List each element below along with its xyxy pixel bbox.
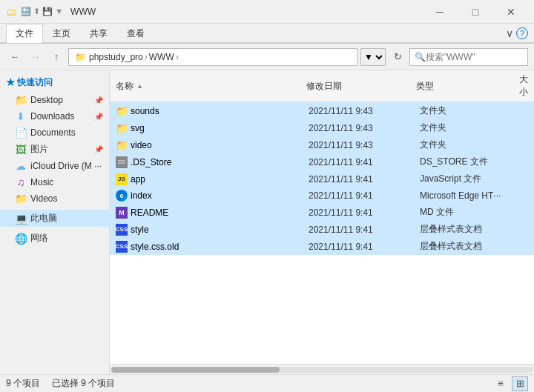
path-sep-2: › [176, 52, 179, 62]
pin-icon-desktop: 📌 [94, 96, 103, 104]
file-name-dsstore: DS .DS_Store [110, 155, 303, 170]
search-box[interactable]: 🔍 [409, 48, 528, 66]
file-size-stylecssold [518, 245, 534, 248]
sidebar-item-icloud-label: iCloud Drive (M ··· [30, 161, 102, 171]
file-date-style: 2021/11/11 9:41 [303, 223, 414, 236]
title-bar-left: 🗂 🔙 ⬆ 💾 ▼ WWW [6, 6, 96, 18]
sidebar-item-downloads[interactable]: ⬇ Downloads 📌 [0, 108, 109, 124]
file-row-readme[interactable]: M README 2021/11/11 9:41 MD 文件 [110, 204, 534, 221]
col-date[interactable]: 修改日期 [300, 79, 410, 94]
sidebar-item-videos[interactable]: 📁 Videos [0, 190, 109, 207]
file-date-dsstore: 2021/11/11 9:41 [303, 156, 414, 169]
forward-button[interactable]: → [27, 48, 44, 66]
sidebar-item-thispc[interactable]: 💻 此电脑 [0, 210, 109, 227]
tab-view[interactable]: 查看 [117, 24, 154, 43]
file-size-dsstore [518, 161, 534, 164]
horizontal-scrollbar[interactable] [110, 364, 534, 374]
sidebar-item-pictures[interactable]: 🖼 图片 📌 [0, 141, 109, 158]
col-size[interactable]: 大小 [513, 72, 534, 100]
scroll-track[interactable] [111, 367, 533, 373]
file-list: 📁 sounds 2021/11/11 9:43 文件夹 📁 svg 2021/… [110, 102, 534, 364]
file-row-index[interactable]: e index 2021/11/11 9:41 Microsoft Edge H… [110, 187, 534, 204]
item-count: 9 个项目 [6, 377, 40, 390]
file-size-app [518, 178, 534, 181]
file-size-svg [518, 127, 534, 130]
title-text: WWW [70, 7, 96, 17]
pin-icon-pictures: 📌 [94, 145, 103, 153]
file-type-style: 层叠样式表文档 [414, 222, 518, 237]
maximize-button[interactable]: □ [458, 0, 492, 24]
path-part-1: phpstudy_pro [89, 52, 143, 62]
search-input[interactable] [426, 52, 534, 62]
css-icon-style: CSS [116, 224, 128, 236]
file-row-style[interactable]: CSS style 2021/11/11 9:41 层叠样式表文档 [110, 221, 534, 238]
folder-icon-svg: 📁 [116, 122, 128, 134]
file-name-readme: M README [110, 205, 303, 220]
sidebar-item-desktop[interactable]: 📁 Desktop 📌 [0, 92, 109, 108]
ribbon-tabs: 文件 主页 共享 查看 ∨ ? [0, 24, 534, 43]
sidebar-item-documents[interactable]: 📄 Documents [0, 124, 109, 141]
file-type-dsstore: DS_STORE 文件 [414, 154, 518, 170]
title-bar-controls: ─ □ ✕ [423, 0, 528, 24]
minimize-button[interactable]: ─ [423, 0, 457, 24]
path-part-2: WWW [149, 52, 174, 62]
folder-icon-title: 🗂 [6, 6, 16, 18]
ds-icon: DS [116, 156, 128, 168]
folder-icon-sounds: 📁 [116, 105, 128, 117]
videos-folder-icon: 📁 [15, 193, 27, 205]
network-icon: 🌐 [15, 233, 27, 245]
sidebar-item-music[interactable]: ♫ Music [0, 174, 109, 190]
sidebar-item-documents-label: Documents [30, 127, 76, 138]
file-type-sounds: 文件夹 [414, 103, 518, 119]
file-name-svg: 📁 svg [110, 121, 303, 136]
view-detail-button[interactable]: ⊞ [512, 376, 528, 391]
path-dropdown[interactable]: ▼ [360, 48, 386, 66]
file-row-stylecssold[interactable]: CSS style.css.old 2021/11/11 9:41 层叠样式表文… [110, 238, 534, 255]
file-name-style: CSS style [110, 222, 303, 237]
desktop-folder-icon: 📁 [15, 94, 27, 106]
md-icon-readme: M [116, 207, 128, 219]
status-bar: 9 个项目 已选择 9 个项目 ≡ ⊞ [0, 374, 534, 392]
file-row-svg[interactable]: 📁 svg 2021/11/11 9:43 文件夹 [110, 119, 534, 136]
file-size-sounds [518, 110, 534, 113]
col-name[interactable]: 名称 ▲ [110, 79, 300, 94]
main-area: ★ 快速访问 📁 Desktop 📌 ⬇ Downloads 📌 📄 Docum… [0, 70, 534, 374]
ribbon-collapse-icon[interactable]: ∨ [506, 27, 513, 39]
file-area: 名称 ▲ 修改日期 类型 大小 📁 sounds 2021/11/11 9:43… [110, 70, 534, 374]
sidebar-item-icloud[interactable]: ☁ iCloud Drive (M ··· [0, 158, 109, 174]
music-icon: ♫ [15, 176, 27, 188]
sidebar-item-music-label: Music [30, 177, 53, 187]
tab-file[interactable]: 文件 [6, 24, 43, 43]
file-name-index: e index [110, 188, 303, 203]
file-header: 名称 ▲ 修改日期 类型 大小 [110, 70, 534, 102]
col-type[interactable]: 类型 [410, 79, 513, 94]
address-path[interactable]: 📁 phpstudy_pro › WWW › [68, 48, 357, 66]
folder-icon-video: 📁 [116, 139, 128, 151]
sidebar-item-videos-label: Videos [30, 193, 57, 204]
file-row-sounds[interactable]: 📁 sounds 2021/11/11 9:43 文件夹 [110, 102, 534, 119]
view-list-button[interactable]: ≡ [492, 376, 509, 391]
up-button[interactable]: ↑ [47, 48, 65, 66]
back-button[interactable]: ← [6, 48, 24, 66]
file-size-video [518, 144, 534, 147]
scroll-thumb[interactable] [111, 367, 280, 373]
sidebar-item-thispc-label: 此电脑 [30, 212, 57, 225]
tab-share[interactable]: 共享 [80, 24, 117, 43]
file-row-dsstore[interactable]: DS .DS_Store 2021/11/11 9:41 DS_STORE 文件 [110, 153, 534, 170]
file-row-video[interactable]: 📁 video 2021/11/11 9:43 文件夹 [110, 136, 534, 153]
sidebar: ★ 快速访问 📁 Desktop 📌 ⬇ Downloads 📌 📄 Docum… [0, 70, 110, 374]
file-date-readme: 2021/11/11 9:41 [303, 206, 414, 219]
tab-home[interactable]: 主页 [43, 24, 80, 43]
file-type-app: JavaScript 文件 [414, 171, 518, 187]
refresh-button[interactable]: ↻ [389, 48, 406, 66]
help-icon[interactable]: ? [516, 27, 528, 39]
file-date-svg: 2021/11/11 9:43 [303, 122, 414, 135]
sidebar-item-network[interactable]: 🌐 网络 [0, 230, 109, 247]
file-type-readme: MD 文件 [414, 205, 518, 220]
close-button[interactable]: ✕ [494, 0, 528, 24]
sidebar-item-desktop-label: Desktop [30, 95, 63, 105]
ribbon: 文件 主页 共享 查看 ∨ ? [0, 24, 534, 44]
file-size-readme [518, 211, 534, 214]
file-row-app[interactable]: JS app 2021/11/11 9:41 JavaScript 文件 [110, 170, 534, 187]
quick-access-header[interactable]: ★ 快速访问 [0, 73, 109, 92]
